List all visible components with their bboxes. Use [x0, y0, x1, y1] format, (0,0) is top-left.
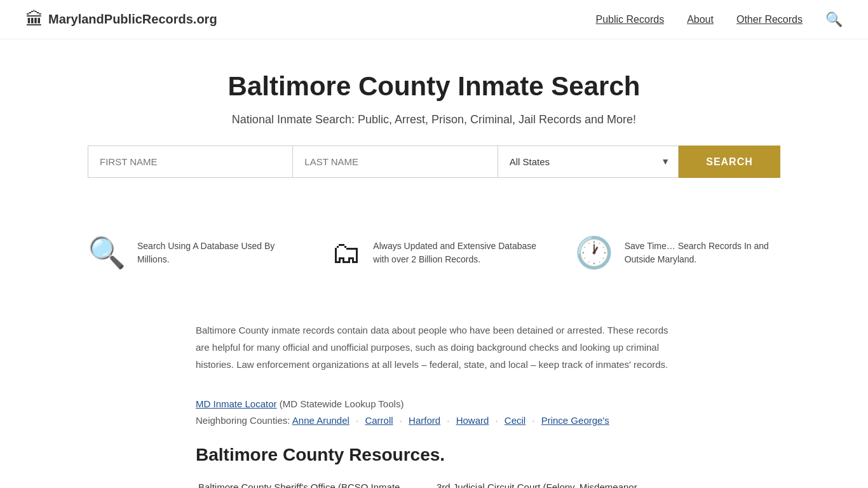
md-locator-link[interactable]: MD Inmate Locator [196, 398, 277, 409]
resource-left: Baltimore County Sheriff's Office (BCSO … [196, 477, 434, 488]
description-text: Baltimore County inmate records contain … [196, 322, 672, 373]
county-link-harford[interactable]: Harford [409, 415, 440, 426]
last-name-input[interactable] [292, 146, 497, 178]
nav-about[interactable]: About [687, 14, 714, 25]
description-section: Baltimore County inmate records contain … [170, 322, 698, 373]
table-row: Baltimore County Sheriff's Office (BCSO … [196, 477, 672, 488]
feature-search: 🔍 Search Using A Database Used By Millio… [88, 235, 293, 271]
main-nav: Public Records About Other Records 🔍 [596, 11, 843, 28]
database-icon: 🗂 [331, 235, 362, 270]
county-link-carroll[interactable]: Carroll [365, 415, 393, 426]
county-separator: · [444, 415, 452, 426]
county-link-prince-georges[interactable]: Prince George's [541, 415, 609, 426]
county-separator: · [492, 415, 501, 426]
county-link-anne-arundel[interactable]: Anne Arundel [292, 415, 349, 426]
features-section: 🔍 Search Using A Database Used By Millio… [75, 222, 793, 290]
links-section: MD Inmate Locator (MD Statewide Lookup T… [170, 398, 698, 426]
county-links-container: Anne Arundel · Carroll · Harford · Howar… [292, 415, 609, 426]
feature-search-text: Search Using A Database Used By Millions… [137, 240, 293, 266]
logo-text: MarylandPublicRecords.org [48, 12, 217, 27]
county-link-cecil[interactable]: Cecil [505, 415, 526, 426]
state-select[interactable]: All StatesAlabamaAlaskaArizonaArkansasCa… [498, 146, 679, 178]
neighboring-label: Neighboring Counties: [196, 415, 290, 426]
state-select-wrapper: All StatesAlabamaAlaskaArizonaArkansasCa… [498, 146, 679, 178]
neighboring-counties: Neighboring Counties: Anne Arundel · Car… [196, 415, 672, 426]
resources-section: Baltimore County Resources. Baltimore Co… [170, 445, 698, 488]
clock-icon: 🕐 [575, 235, 613, 271]
county-separator: · [529, 415, 538, 426]
feature-database-text: Always Updated and Extensive Database wi… [373, 240, 536, 266]
county-link-howard[interactable]: Howard [456, 415, 489, 426]
search-button[interactable]: SEARCH [679, 146, 780, 178]
search-icon[interactable]: 🔍 [825, 11, 843, 28]
first-name-input[interactable] [88, 146, 292, 178]
hero-subtitle: National Inmate Search: Public, Arrest, … [25, 113, 843, 126]
nav-public-records[interactable]: Public Records [596, 14, 665, 25]
county-separator: · [353, 415, 362, 426]
resource-right: 3rd Judicial Circuit Court (Felony, Misd… [434, 477, 672, 488]
nav-other-records[interactable]: Other Records [736, 14, 803, 25]
county-separator: · [397, 415, 405, 426]
logo-icon: 🏛 [25, 9, 43, 30]
site-logo[interactable]: 🏛 MarylandPublicRecords.org [25, 9, 217, 30]
page-title: Baltimore County Inmate Search [25, 71, 843, 102]
search-form: All StatesAlabamaAlaskaArizonaArkansasCa… [75, 146, 793, 178]
feature-time-text: Save Time… Search Records In and Outside… [625, 240, 780, 266]
resources-table: Baltimore County Sheriff's Office (BCSO … [196, 477, 672, 488]
md-locator-line: MD Inmate Locator (MD Statewide Lookup T… [196, 398, 672, 410]
feature-time: 🕐 Save Time… Search Records In and Outsi… [575, 235, 780, 271]
md-locator-suffix: (MD Statewide Lookup Tools) [277, 398, 404, 409]
hero-section: Baltimore County Inmate Search National … [0, 39, 868, 222]
search-feature-icon: 🔍 [88, 235, 126, 271]
feature-database: 🗂 Always Updated and Extensive Database … [331, 235, 536, 270]
resources-heading: Baltimore County Resources. [196, 445, 672, 465]
site-header: 🏛 MarylandPublicRecords.org Public Recor… [0, 0, 868, 39]
